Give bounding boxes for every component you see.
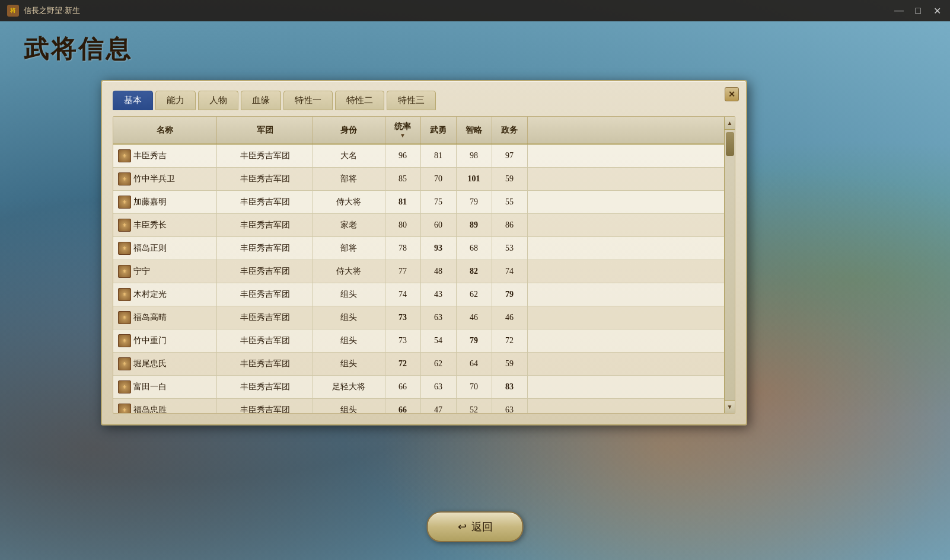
return-label: 返回: [471, 520, 493, 534]
return-button[interactable]: ↩ 返回: [427, 511, 524, 542]
dialog-close-button[interactable]: ✕: [725, 87, 739, 101]
table-row[interactable]: ⚜丰臣秀吉丰臣秀吉军团大名96819897: [113, 144, 735, 168]
cell-wy: 63: [420, 376, 456, 399]
cell-zw: 97: [492, 144, 527, 168]
cell-zl: 46: [456, 306, 492, 329]
cell-extra: [527, 191, 735, 214]
app-icon: 将: [7, 5, 19, 17]
col-header-zw[interactable]: 政务: [492, 117, 527, 144]
col-header-army[interactable]: 军团: [216, 117, 313, 144]
cell-zw: 46: [492, 306, 527, 329]
cell-name: ⚜丰臣秀吉: [113, 144, 216, 168]
cell-army: 丰臣秀吉军团: [216, 329, 313, 353]
cell-extra: [527, 214, 735, 237]
name-text: 堀尾忠氏: [133, 359, 167, 369]
cell-name: ⚜福岛忠胜: [113, 399, 216, 414]
table-row[interactable]: ⚜加藤嘉明丰臣秀吉军团侍大将81757955: [113, 191, 735, 214]
return-icon: ↩: [458, 520, 467, 533]
table-row[interactable]: ⚜福岛忠胜丰臣秀吉军团组头66475263: [113, 399, 735, 414]
col-header-zl[interactable]: 智略: [456, 117, 492, 144]
tab-trait1[interactable]: 特性一: [283, 91, 333, 110]
name-text: 宁宁: [133, 266, 150, 277]
cell-extra: [527, 353, 735, 376]
table-row[interactable]: ⚜福岛正则丰臣秀吉军团部将78936853: [113, 237, 735, 260]
col-header-wy[interactable]: 武勇: [420, 117, 456, 144]
cell-name: ⚜福岛正则: [113, 237, 216, 260]
scroll-down-button[interactable]: ▼: [725, 400, 735, 413]
table-row[interactable]: ⚜竹中半兵卫丰臣秀吉军团部将857010159: [113, 168, 735, 191]
minimize-button[interactable]: —: [893, 5, 905, 17]
cell-name: ⚜加藤嘉明: [113, 191, 216, 214]
cell-rank: 侍大将: [313, 260, 385, 283]
cell-wy: 81: [420, 144, 456, 168]
tab-ability[interactable]: 能力: [155, 91, 196, 110]
table-wrapper: 名称 军团 身份 统率 ▼ 武勇: [113, 117, 735, 413]
cell-rank: 家老: [313, 214, 385, 237]
cell-rank: 组头: [313, 283, 385, 306]
char-icon: ⚜: [118, 149, 131, 162]
name-text: 福岛高晴: [133, 312, 167, 323]
table-row[interactable]: ⚜丰臣秀长丰臣秀吉军团家老80608986: [113, 214, 735, 237]
char-icon: ⚜: [118, 334, 131, 347]
cell-tl: 66: [385, 399, 420, 414]
cell-name: ⚜富田一白: [113, 376, 216, 399]
cell-tl: 72: [385, 353, 420, 376]
cell-name: ⚜丰臣秀长: [113, 214, 216, 237]
tab-person[interactable]: 人物: [198, 91, 238, 110]
cell-rank: 部将: [313, 168, 385, 191]
scroll-up-button[interactable]: ▲: [725, 117, 735, 130]
table-row[interactable]: ⚜宁宁丰臣秀吉军团侍大将77488274: [113, 260, 735, 283]
table-row[interactable]: ⚜木村定光丰臣秀吉军团组头74436279: [113, 283, 735, 306]
cell-extra: [527, 399, 735, 414]
tab-trait3[interactable]: 特性三: [387, 91, 436, 110]
cell-rank: 大名: [313, 144, 385, 168]
table-row[interactable]: ⚜堀尾忠氏丰臣秀吉军团组头72626459: [113, 353, 735, 376]
cell-tl: 80: [385, 214, 420, 237]
cell-zl: 89: [456, 214, 492, 237]
cell-zl: 52: [456, 399, 492, 414]
tab-bloodline[interactable]: 血缘: [241, 91, 281, 110]
return-btn-area: ↩ 返回: [427, 511, 524, 542]
name-text: 丰臣秀吉: [133, 151, 167, 161]
scroll-thumb[interactable]: [726, 132, 734, 156]
table-row[interactable]: ⚜富田一白丰臣秀吉军团足轻大将66637083: [113, 376, 735, 399]
cell-army: 丰臣秀吉军团: [216, 237, 313, 260]
table-row[interactable]: ⚜竹中重门丰臣秀吉军团组头73547972: [113, 329, 735, 353]
cell-tl: 81: [385, 191, 420, 214]
cell-extra: [527, 376, 735, 399]
cell-zw: 59: [492, 168, 527, 191]
cell-name: ⚜宁宁: [113, 260, 216, 283]
tab-basic[interactable]: 基本: [113, 91, 153, 110]
scrollbar-track[interactable]: ▲ ▼: [724, 117, 735, 413]
char-icon: ⚜: [118, 196, 131, 209]
table-container: 名称 军团 身份 统率 ▼ 武勇: [113, 116, 735, 414]
tab-trait2[interactable]: 特性二: [335, 91, 384, 110]
cell-zl: 98: [456, 144, 492, 168]
maximize-button[interactable]: □: [912, 5, 924, 17]
cell-extra: [527, 168, 735, 191]
char-icon: ⚜: [118, 380, 131, 393]
table-row[interactable]: ⚜福岛高晴丰臣秀吉军团组头73634646: [113, 306, 735, 329]
cell-zw: 74: [492, 260, 527, 283]
cell-wy: 60: [420, 214, 456, 237]
name-text: 木村定光: [133, 289, 167, 300]
col-header-name[interactable]: 名称: [113, 117, 216, 144]
char-icon: ⚜: [118, 357, 131, 370]
cell-wy: 75: [420, 191, 456, 214]
col-header-tl[interactable]: 统率 ▼: [385, 117, 420, 144]
char-icon: ⚜: [118, 265, 131, 278]
cell-army: 丰臣秀吉军团: [216, 376, 313, 399]
page-title: 武将信息: [24, 36, 133, 63]
cell-wy: 43: [420, 283, 456, 306]
char-icon: ⚜: [118, 288, 131, 301]
window-close-button[interactable]: ✕: [931, 5, 943, 17]
col-header-rank[interactable]: 身份: [313, 117, 385, 144]
cell-zw: 59: [492, 353, 527, 376]
window-controls: — □ ✕: [893, 5, 943, 17]
char-icon: ⚜: [118, 242, 131, 255]
name-text: 竹中半兵卫: [133, 174, 175, 184]
cell-tl: 73: [385, 329, 420, 353]
cell-zl: 101: [456, 168, 492, 191]
cell-zl: 70: [456, 376, 492, 399]
cell-zw: 63: [492, 399, 527, 414]
